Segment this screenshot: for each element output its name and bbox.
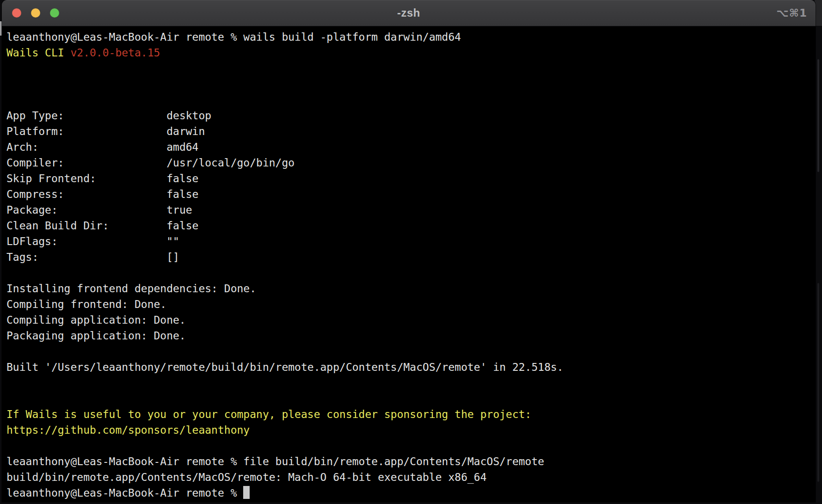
- terminal-text: false: [166, 172, 198, 184]
- terminal-text: LDFlags:: [6, 235, 166, 247]
- terminal-text: Package:: [6, 204, 166, 216]
- terminal-text: Packaging application: Done.: [6, 330, 186, 342]
- terminal-line: Built '/Users/leaanthony/remote/build/bi…: [6, 359, 816, 375]
- terminal-text: build/bin/remote.app/Contents/MacOS/remo…: [6, 471, 487, 483]
- text-cursor: [243, 486, 250, 499]
- background-window-sliver: [815, 0, 822, 26]
- terminal-text: true: [166, 204, 192, 216]
- window-title: -zsh: [2, 6, 816, 19]
- zoom-button[interactable]: [50, 8, 59, 18]
- terminal-text: Arch:: [6, 141, 166, 153]
- title-bar[interactable]: -zsh ⌥⌘1: [2, 0, 816, 26]
- terminal-text: amd64: [166, 141, 198, 153]
- terminal-line: [6, 265, 816, 281]
- terminal-line: If Wails is useful to you or your compan…: [6, 406, 816, 422]
- terminal-line: Packaging application: Done.: [6, 328, 816, 344]
- terminal-text: Built '/Users/leaanthony/remote/build/bi…: [6, 361, 564, 373]
- terminal-text: Compress:: [6, 188, 166, 200]
- terminal-line: [6, 438, 816, 454]
- minimize-button[interactable]: [31, 8, 40, 18]
- terminal-line: Clean Build Dir: false: [6, 218, 816, 234]
- terminal-text: /usr/local/go/bin/go: [166, 157, 294, 169]
- terminal-text: []: [166, 251, 179, 263]
- terminal-text: Wails CLI: [6, 47, 70, 59]
- terminal-text: "": [166, 235, 179, 247]
- terminal-text: false: [166, 220, 198, 232]
- terminal-text: darwin: [166, 125, 205, 137]
- terminal-line: leaanthony@Leas-MacBook-Air remote %: [6, 485, 816, 501]
- terminal-line: Arch: amd64: [6, 139, 816, 155]
- tab-shortcut-badge: ⌥⌘1: [776, 0, 807, 26]
- terminal-text: leaanthony@Leas-MacBook-Air remote % wai…: [6, 31, 461, 43]
- terminal-text: leaanthony@Leas-MacBook-Air remote % fil…: [6, 455, 544, 467]
- terminal-line: [6, 92, 816, 108]
- close-button[interactable]: [12, 8, 21, 18]
- terminal-text: Skip Frontend:: [6, 172, 166, 184]
- terminal-line: Platform: darwin: [6, 123, 816, 139]
- terminal-text: Platform:: [6, 125, 166, 137]
- terminal-text: Installing frontend dependencies: Done.: [6, 283, 256, 295]
- terminal-line: Installing frontend dependencies: Done.: [6, 281, 816, 296]
- terminal-line: [6, 391, 816, 406]
- terminal-line: Wails CLI v2.0.0-beta.15: [6, 45, 816, 61]
- terminal-text: Compiling frontend: Done.: [6, 298, 166, 310]
- terminal-line: [6, 344, 816, 359]
- terminal-text: desktop: [166, 110, 211, 122]
- terminal-line: https://github.com/sponsors/leaanthony: [6, 422, 816, 438]
- terminal-window: -zsh ⌥⌘1 leaanthony@Leas-MacBook-Air rem…: [2, 0, 816, 502]
- terminal-text: false: [166, 188, 198, 200]
- terminal-line: LDFlags: "": [6, 234, 816, 249]
- terminal-text: If Wails is useful to you or your compan…: [6, 408, 531, 420]
- terminal-line: Compiling frontend: Done.: [6, 296, 816, 312]
- traffic-lights: [12, 0, 59, 26]
- terminal-line: build/bin/remote.app/Contents/MacOS/remo…: [6, 469, 816, 485]
- background-window-sliver: [817, 59, 819, 172]
- terminal-line: Package: true: [6, 202, 816, 218]
- terminal-text: App Type:: [6, 110, 166, 122]
- terminal-line: App Type: desktop: [6, 108, 816, 123]
- terminal-text: Compiling application: Done.: [6, 314, 186, 326]
- terminal-text: Compiler:: [6, 157, 166, 169]
- terminal-line: Compiling application: Done.: [6, 312, 816, 328]
- terminal-line: [6, 76, 816, 92]
- terminal-line: leaanthony@Leas-MacBook-Air remote % wai…: [6, 29, 816, 45]
- terminal-line: [6, 375, 816, 391]
- terminal-line: Compress: false: [6, 186, 816, 202]
- terminal-line: Skip Frontend: false: [6, 171, 816, 186]
- desktop: -zsh ⌥⌘1 leaanthony@Leas-MacBook-Air rem…: [0, 0, 822, 504]
- terminal-line: [6, 61, 816, 76]
- terminal-line: Tags: []: [6, 249, 816, 265]
- terminal-text: Clean Build Dir:: [6, 220, 166, 232]
- terminal-line: leaanthony@Leas-MacBook-Air remote % fil…: [6, 454, 816, 469]
- terminal-output[interactable]: leaanthony@Leas-MacBook-Air remote % wai…: [2, 26, 816, 502]
- terminal-text: https://github.com/sponsors/leaanthony: [6, 424, 250, 436]
- terminal-text: Tags:: [6, 251, 166, 263]
- terminal-text: leaanthony@Leas-MacBook-Air remote %: [6, 487, 243, 499]
- background-window-sliver: [817, 283, 819, 482]
- terminal-line: Compiler: /usr/local/go/bin/go: [6, 155, 816, 171]
- terminal-text: v2.0.0-beta.15: [70, 47, 160, 59]
